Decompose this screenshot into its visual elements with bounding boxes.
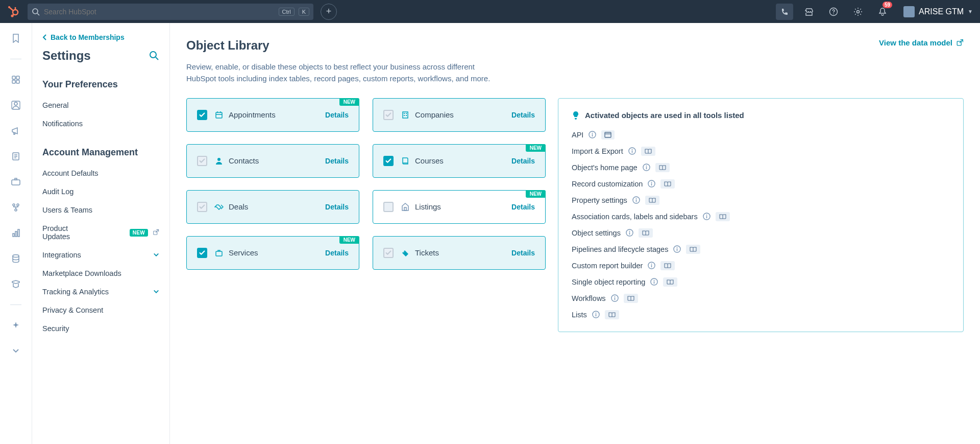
object-card-listings: NEW Listings Details: [373, 190, 546, 224]
details-link[interactable]: Details: [511, 111, 535, 119]
chevron-left-icon: [42, 34, 47, 40]
hubspot-logo-icon[interactable]: [7, 5, 20, 18]
contact-icon: [214, 157, 224, 165]
reporting-icon[interactable]: [10, 227, 22, 239]
checkbox-companies[interactable]: [383, 110, 394, 120]
checkbox-services[interactable]: [197, 248, 207, 258]
svg-point-10: [33, 9, 38, 14]
checkbox-courses[interactable]: [383, 156, 394, 166]
automation-icon[interactable]: [10, 201, 22, 214]
left-nav-rail: [0, 23, 32, 444]
sidebar-item-tracking-analytics[interactable]: Tracking & Analytics: [32, 283, 169, 301]
docs-icon[interactable]: [660, 261, 675, 270]
create-button[interactable]: +: [321, 4, 337, 20]
data-icon[interactable]: [10, 252, 22, 265]
docs-icon[interactable]: [716, 212, 730, 221]
settings-gear-icon[interactable]: [849, 4, 867, 20]
info-icon[interactable]: [643, 163, 650, 171]
sidebar-item-notifications[interactable]: Notifications: [32, 114, 169, 133]
info-icon[interactable]: [703, 213, 710, 220]
svg-rect-32: [18, 229, 19, 237]
details-link[interactable]: Details: [325, 111, 349, 119]
sidebar-item-account-defaults[interactable]: Account Defaults: [32, 164, 169, 182]
search-input[interactable]: [44, 8, 275, 16]
docs-icon[interactable]: [686, 245, 700, 254]
card-label: Contacts: [229, 156, 325, 165]
page-title: Object Library: [186, 38, 270, 53]
notification-badge: 59: [883, 2, 892, 8]
docs-icon[interactable]: [660, 179, 675, 189]
view-data-model-link[interactable]: View the data model: [879, 38, 964, 47]
sidebar-item-integrations[interactable]: Integrations: [32, 246, 169, 264]
rail-divider: [10, 305, 21, 305]
info-row-lists: Lists: [572, 310, 950, 319]
details-link[interactable]: Details: [511, 157, 535, 165]
building-icon: [401, 111, 410, 119]
new-badge: NEW: [130, 229, 148, 237]
info-icon[interactable]: [648, 180, 655, 188]
sidebar-item-audit-log[interactable]: Audit Log: [32, 182, 169, 201]
rail-divider: [10, 59, 21, 59]
details-link[interactable]: Details: [325, 203, 349, 211]
info-icon[interactable]: [626, 229, 633, 237]
commerce-icon[interactable]: [10, 176, 22, 188]
checkbox-contacts[interactable]: [197, 156, 207, 166]
sidebar-item-product-updates[interactable]: Product Updates NEW: [32, 219, 169, 246]
docs-icon[interactable]: [624, 294, 638, 303]
info-icon[interactable]: [611, 294, 619, 302]
svg-line-35: [156, 57, 158, 60]
docs-icon[interactable]: [641, 147, 655, 156]
svg-rect-40: [403, 112, 408, 118]
checkbox-deals[interactable]: [197, 202, 207, 212]
book-icon: [401, 157, 410, 165]
info-icon[interactable]: [589, 131, 596, 138]
details-link[interactable]: Details: [325, 249, 349, 257]
info-icon[interactable]: [632, 196, 640, 204]
checkbox-tickets[interactable]: [383, 248, 394, 258]
back-to-memberships-link[interactable]: Back to Memberships: [32, 33, 169, 41]
details-link[interactable]: Details: [325, 157, 349, 165]
info-icon[interactable]: [592, 311, 600, 318]
details-link[interactable]: Details: [511, 203, 535, 211]
object-card-contacts: Contacts Details: [186, 144, 359, 178]
ai-sparkle-icon[interactable]: [10, 319, 22, 332]
info-icon[interactable]: [650, 278, 658, 286]
sidebar-item-security[interactable]: Security: [32, 319, 169, 338]
docs-icon[interactable]: [663, 277, 677, 287]
checkbox-listings[interactable]: [383, 202, 394, 212]
info-row-pipelines: Pipelines and lifecycle stages: [572, 245, 950, 254]
marketing-icon[interactable]: [10, 125, 22, 137]
workspace-switcher[interactable]: ARISE GTM ▼: [903, 6, 973, 17]
docs-icon[interactable]: [655, 163, 670, 172]
info-icon[interactable]: [673, 245, 681, 253]
settings-search-icon[interactable]: [149, 51, 159, 61]
object-card-appointments: NEW Appointments Details: [186, 98, 359, 132]
sidebar-item-users-teams[interactable]: Users & Teams: [32, 201, 169, 219]
section-account: Account Management: [32, 142, 169, 164]
docs-icon[interactable]: [645, 196, 659, 205]
info-icon[interactable]: [648, 262, 655, 269]
checkbox-appointments[interactable]: [197, 110, 207, 120]
object-card-companies: Companies Details: [373, 98, 546, 132]
workspaces-icon[interactable]: [10, 74, 22, 86]
library-icon[interactable]: [10, 278, 22, 290]
help-icon[interactable]: [825, 4, 842, 20]
window-icon[interactable]: [601, 130, 615, 139]
chevron-down-icon[interactable]: [10, 345, 22, 357]
sidebar-item-privacy-consent[interactable]: Privacy & Consent: [32, 301, 169, 319]
details-link[interactable]: Details: [511, 249, 535, 257]
svg-rect-25: [12, 180, 20, 185]
marketplace-icon[interactable]: [800, 4, 818, 20]
docs-icon[interactable]: [639, 228, 653, 238]
info-icon[interactable]: [628, 147, 636, 155]
sidebar-item-marketplace-downloads[interactable]: Marketplace Downloads: [32, 264, 169, 283]
sidebar-item-general[interactable]: General: [32, 96, 169, 114]
global-search[interactable]: Ctrl K: [28, 4, 313, 20]
info-row-import: Import & Export: [572, 147, 950, 156]
content-icon[interactable]: [10, 150, 22, 162]
calling-icon[interactable]: [776, 4, 793, 20]
docs-icon[interactable]: [605, 310, 619, 319]
bookmark-icon[interactable]: [10, 32, 22, 44]
notifications-icon[interactable]: 59: [874, 4, 891, 20]
crm-icon[interactable]: [10, 99, 22, 111]
